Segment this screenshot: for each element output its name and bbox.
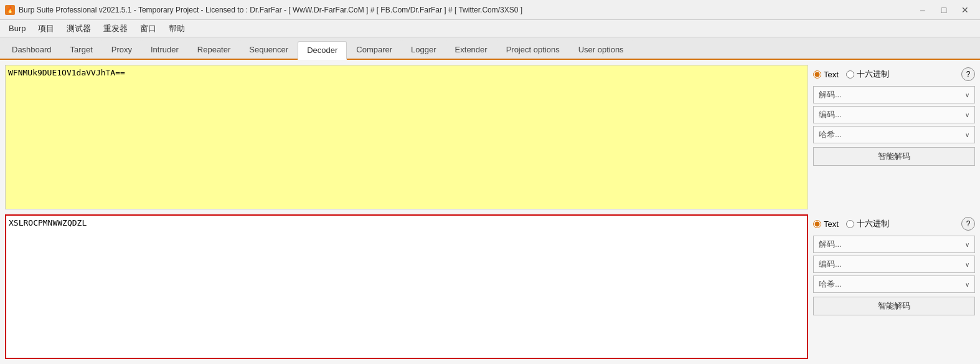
panel2-radio-hex-label-text: 十六进制 <box>857 218 889 229</box>
panel2-radio-text-label[interactable]: Text <box>813 219 839 229</box>
panel1-radio-hex-label[interactable]: 十六进制 <box>846 69 889 80</box>
panel2-encode-dropdown[interactable]: 编码... ∨ <box>813 256 975 273</box>
menu-item-project[interactable]: 项目 <box>32 21 60 37</box>
panel2-help-button[interactable]: ? <box>961 217 975 231</box>
panel1-encode-label: 编码... <box>819 109 842 120</box>
panel2-decode-label: 解码... <box>819 239 842 250</box>
panel1-controls: Text 十六进制 ? 解码... ∨ 编码... ∨ 哈希... ∨ 智能解码 <box>813 65 975 209</box>
panel2-hash-dropdown[interactable]: 哈希... ∨ <box>813 275 975 293</box>
panel2-decode-dropdown[interactable]: 解码... ∨ <box>813 236 975 253</box>
decoder-panel-2: XSLROCPMNWWZQDZL Text 十六进制 ? 解码... ∨ 编码.… <box>5 214 975 359</box>
panel1-input[interactable]: WFNMUk9DUE1OV1daVVJhTA== <box>5 65 808 209</box>
tab-decoder[interactable]: Decoder <box>298 41 347 60</box>
window-title: Burp Suite Professional v2021.5.1 - Temp… <box>19 6 522 14</box>
decoder-panel-1: WFNMUk9DUE1OV1daVVJhTA== Text 十六进制 ? 解码.… <box>5 65 975 209</box>
tab-dashboard[interactable]: Dashboard <box>2 40 61 59</box>
menu-bar: Burp 项目 测试器 重发器 窗口 帮助 <box>0 20 980 37</box>
tab-logger[interactable]: Logger <box>402 40 445 59</box>
panel1-hash-dropdown[interactable]: 哈希... ∨ <box>813 126 975 143</box>
tab-comparer[interactable]: Comparer <box>347 40 402 59</box>
panel1-smart-decode-button[interactable]: 智能解码 <box>813 147 975 166</box>
panel2-textarea-wrap: XSLROCPMNWWZQDZL <box>5 214 808 359</box>
minimize-button[interactable]: – <box>913 2 933 17</box>
panel2-input[interactable]: XSLROCPMNWWZQDZL <box>5 214 808 359</box>
main-content: WFNMUk9DUE1OV1daVVJhTA== Text 十六进制 ? 解码.… <box>0 60 980 364</box>
panel2-encode-label: 编码... <box>819 259 842 270</box>
menu-item-scanner[interactable]: 测试器 <box>60 21 97 37</box>
tab-project-options[interactable]: Project options <box>497 40 569 59</box>
panel2-radio-text[interactable] <box>813 220 821 228</box>
panel1-decode-arrow: ∨ <box>965 92 969 98</box>
panel1-textarea-wrap: WFNMUk9DUE1OV1daVVJhTA== <box>5 65 808 209</box>
panel2-encode-arrow: ∨ <box>965 261 969 268</box>
panel2-smart-decode-button[interactable]: 智能解码 <box>813 297 975 315</box>
panel2-radio-text-label-text: Text <box>824 219 839 229</box>
tab-user-options[interactable]: User options <box>569 40 633 59</box>
close-button[interactable]: ✕ <box>955 2 975 17</box>
panel2-hash-label: 哈希... <box>819 279 842 290</box>
panel1-hash-label: 哈希... <box>819 129 842 140</box>
panel2-controls: Text 十六进制 ? 解码... ∨ 编码... ∨ 哈希... ∨ 智能解码 <box>813 214 975 359</box>
app-icon: 🔥 <box>5 5 15 15</box>
menu-item-burp[interactable]: Burp <box>2 21 32 36</box>
panel1-help-button[interactable]: ? <box>961 67 975 81</box>
panel1-radio-text[interactable] <box>813 70 821 79</box>
panel1-decode-dropdown[interactable]: 解码... ∨ <box>813 86 975 103</box>
tab-repeater[interactable]: Repeater <box>188 40 240 59</box>
panel2-radio-hex-label[interactable]: 十六进制 <box>846 218 889 229</box>
panel1-radio-row: Text 十六进制 ? <box>813 67 975 81</box>
tab-intruder[interactable]: Intruder <box>141 40 188 59</box>
panel2-hash-arrow: ∨ <box>965 281 969 288</box>
panel1-radio-text-label-text: Text <box>824 70 839 79</box>
maximize-button[interactable]: □ <box>934 2 954 17</box>
panel1-encode-arrow: ∨ <box>965 112 969 118</box>
tab-sequencer[interactable]: Sequencer <box>240 40 298 59</box>
window-controls[interactable]: – □ ✕ <box>913 2 975 17</box>
panel1-radio-hex-label-text: 十六进制 <box>857 69 889 80</box>
tab-target[interactable]: Target <box>61 40 102 59</box>
panel2-radio-hex[interactable] <box>846 220 854 228</box>
panel1-radio-hex[interactable] <box>846 70 854 79</box>
tab-bar: Dashboard Target Proxy Intruder Repeater… <box>0 37 980 60</box>
tab-extender[interactable]: Extender <box>446 40 497 59</box>
panel1-radio-text-label[interactable]: Text <box>813 70 839 79</box>
panel2-radio-row: Text 十六进制 ? <box>813 217 975 231</box>
menu-item-window[interactable]: 窗口 <box>134 21 163 37</box>
panel2-decode-arrow: ∨ <box>965 241 969 248</box>
title-bar-left: 🔥 Burp Suite Professional v2021.5.1 - Te… <box>5 5 522 15</box>
tab-proxy[interactable]: Proxy <box>102 40 141 59</box>
panel1-encode-dropdown[interactable]: 编码... ∨ <box>813 106 975 123</box>
menu-item-repeater[interactable]: 重发器 <box>97 21 134 37</box>
menu-item-help[interactable]: 帮助 <box>163 21 191 37</box>
panel1-decode-label: 解码... <box>819 89 842 100</box>
panel1-hash-arrow: ∨ <box>965 132 969 138</box>
title-bar: 🔥 Burp Suite Professional v2021.5.1 - Te… <box>0 0 980 20</box>
